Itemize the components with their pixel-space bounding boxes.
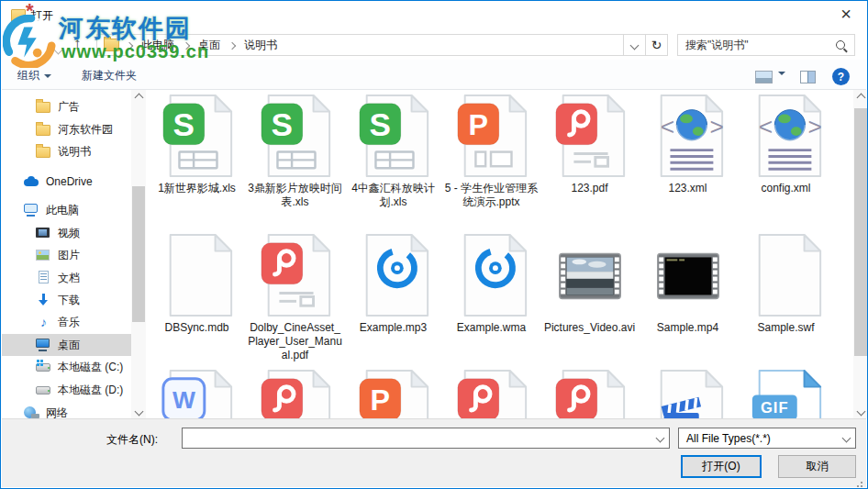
wps-pdf-icon <box>256 232 335 318</box>
up-button[interactable]: ↑ <box>73 35 82 53</box>
filename-input[interactable] <box>183 432 651 445</box>
help-button[interactable]: ? <box>832 68 850 85</box>
breadcrumb-separator <box>229 39 235 51</box>
close-icon: × <box>840 4 851 25</box>
file-item-pictures-video-avi[interactable]: Pictures_Video.avi <box>540 232 639 362</box>
wps-spreadsheet-icon <box>158 93 237 179</box>
file-row: 1新世界影城.xls 3鼎新影片放映时间表.xls 4中鑫汇科放映计划.xls … <box>148 93 835 209</box>
sidebar-item-ads-folder[interactable]: 广告 <box>2 95 131 117</box>
navigation-pane: 广告 河东软件园 说明书 OneDrive 此电脑 视频 图片 文档 下载 ♪音… <box>2 90 131 418</box>
new-folder-button[interactable]: 新建文件夹 <box>82 68 137 83</box>
sidebar-item-music[interactable]: ♪音乐 <box>2 311 131 333</box>
windows-flag-icon <box>37 360 39 362</box>
sidebar-scrollbar[interactable] <box>131 90 146 418</box>
sidebar-item-hedong-folder[interactable]: 河东软件园 <box>2 118 131 140</box>
audio-disc-icon <box>452 232 531 318</box>
wps-pdf-icon <box>551 368 629 418</box>
picture-icon <box>36 248 51 262</box>
wps-pdf-icon <box>452 368 531 418</box>
filmstrip-thumbnail-icon <box>551 232 629 318</box>
document-icon <box>36 271 51 285</box>
breadcrumb-desktop[interactable]: 桌面 <box>190 38 228 53</box>
open-button[interactable]: 打开(O) <box>681 455 762 478</box>
sidebar-item-downloads[interactable]: 下载 <box>2 289 131 311</box>
file-item-xls-1[interactable]: 1新世界影城.xls <box>148 93 246 209</box>
wps-pdf-icon <box>551 93 629 179</box>
file-item-123-pdf[interactable]: 123.pdf <box>540 93 639 209</box>
music-note-icon: ♪ <box>36 315 51 329</box>
search-box <box>677 34 855 56</box>
sidebar-item-documents[interactable]: 文档 <box>2 267 131 289</box>
breadcrumb-manual[interactable]: 说明书 <box>236 38 285 53</box>
file-item-partial[interactable] <box>737 368 835 418</box>
file-item-xls-4[interactable]: 4中鑫汇科放映计划.xls <box>344 93 442 209</box>
sidebar-item-this-pc[interactable]: 此电脑 <box>2 199 131 221</box>
file-item-sample-swf[interactable]: Sample.swf <box>737 232 835 362</box>
file-item-pptx-5[interactable]: 5 - 学生作业管理系统演示.pptx <box>442 93 540 209</box>
scroll-up-button[interactable] <box>853 90 868 105</box>
blank-file-icon <box>747 232 826 318</box>
file-item-partial[interactable] <box>246 368 344 418</box>
scrollbar-thumb[interactable] <box>132 186 145 322</box>
file-item-example-wma[interactable]: Example.wma <box>442 232 540 362</box>
scrollbar-thumb[interactable] <box>854 108 867 356</box>
scroll-down-button[interactable] <box>853 404 868 418</box>
address-bar[interactable]: 此电脑 桌面 说明书 ↻ <box>96 34 668 56</box>
search-icon[interactable] <box>836 40 845 50</box>
clapperboard-icon <box>649 368 728 418</box>
sidebar-item-local-disk-c[interactable]: 本地磁盘 (C:) <box>2 356 131 378</box>
chevron-down-icon <box>54 46 63 55</box>
sidebar-item-desktop[interactable]: 桌面 <box>2 334 131 356</box>
file-item-123-xml[interactable]: 123.xml <box>639 93 737 209</box>
organize-button[interactable]: 组织 <box>17 68 51 83</box>
wps-spreadsheet-icon <box>354 93 433 179</box>
refresh-button[interactable]: ↻ <box>645 35 667 55</box>
file-item-partial[interactable] <box>344 368 442 418</box>
filmstrip-icon <box>36 226 51 240</box>
scroll-down-button[interactable] <box>131 404 146 418</box>
file-item-dbsync-mdb[interactable]: DBSync.mdb <box>148 232 246 362</box>
file-item-dolby-pdf[interactable]: Dolby_CineAsset_Player_User_Manual.pdf <box>246 232 344 362</box>
file-item-partial[interactable] <box>442 368 540 418</box>
file-item-example-mp3[interactable]: Example.mp3 <box>344 232 442 362</box>
audio-disc-icon <box>354 232 433 318</box>
scroll-up-button[interactable] <box>131 90 146 105</box>
sidebar-item-manual-folder[interactable]: 说明书 <box>2 140 131 162</box>
sidebar-item-local-disk-d[interactable]: 本地磁盘 (D:) <box>2 379 131 401</box>
file-item-partial[interactable] <box>639 368 737 418</box>
file-item-sample-mp4[interactable]: Sample.mp4 <box>639 232 737 362</box>
sidebar-item-onedrive[interactable]: OneDrive <box>2 171 131 193</box>
filename-dropdown-button[interactable] <box>651 428 669 448</box>
preview-pane-button[interactable] <box>800 71 816 83</box>
address-dropdown-button[interactable] <box>623 35 645 55</box>
breadcrumb-this-pc[interactable]: 此电脑 <box>133 38 183 53</box>
cancel-button[interactable]: 取消 <box>778 455 856 478</box>
cloud-icon <box>24 174 39 189</box>
recent-locations-button[interactable] <box>55 40 61 57</box>
sidebar-item-videos[interactable]: 视频 <box>2 222 131 244</box>
breadcrumb-separator <box>127 39 132 51</box>
resize-grip[interactable] <box>861 482 862 483</box>
sidebar-item-network[interactable]: 网络 <box>2 402 131 418</box>
filename-label: 文件名(N): <box>106 432 158 448</box>
wps-pdf-icon <box>256 368 335 418</box>
file-item-xls-3[interactable]: 3鼎新影片放映时间表.xls <box>246 93 344 209</box>
folder-icon <box>36 99 51 114</box>
close-button[interactable]: × <box>827 1 865 28</box>
folder-icon <box>104 39 119 51</box>
view-options-dropdown[interactable] <box>778 75 785 92</box>
computer-icon <box>24 203 39 217</box>
dialog-footer: 文件名(N): All File Types(*.*) 打开(O) 取消 <box>2 418 866 487</box>
search-input[interactable] <box>678 39 836 51</box>
wps-presentation-icon <box>452 93 531 179</box>
wps-document-icon <box>158 368 237 418</box>
file-list-scrollbar[interactable] <box>853 90 868 418</box>
file-item-config-xml[interactable]: config.xml <box>737 93 835 209</box>
file-item-partial[interactable] <box>540 368 639 418</box>
file-item-partial[interactable] <box>148 368 246 418</box>
change-view-button[interactable] <box>755 71 773 83</box>
filetype-dropdown[interactable]: All File Types(*.*) <box>678 428 856 449</box>
breadcrumb-separator <box>184 39 189 51</box>
question-icon: ? <box>838 71 844 83</box>
sidebar-item-pictures[interactable]: 图片 <box>2 244 131 266</box>
